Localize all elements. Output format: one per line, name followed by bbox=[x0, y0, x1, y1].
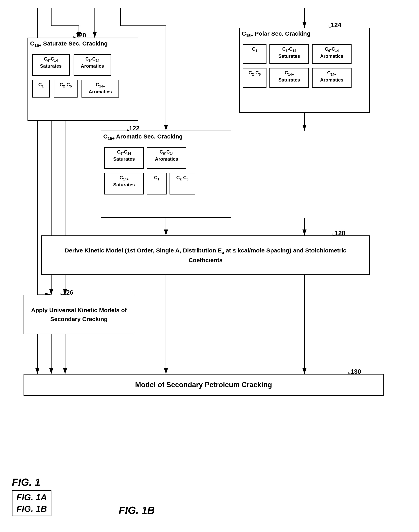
fig-sub-box: FIG. 1A FIG. 1B bbox=[12, 490, 52, 516]
box-120-title: C15+ Saturate Sec. Cracking bbox=[30, 40, 136, 48]
box-126-text: Apply Universal Kinetic Models of Second… bbox=[27, 306, 131, 324]
diagram: ⌞120 C15+ Saturate Sec. Cracking C6-C14S… bbox=[12, 8, 407, 423]
box-122-title: C15+ Aromatic Sec. Cracking bbox=[103, 133, 229, 141]
fig1-label: FIG. 1 bbox=[12, 476, 52, 488]
inner-c1-122: C1 bbox=[147, 173, 167, 195]
inner-c6c14-sat-122: C6-C14Saturates bbox=[104, 147, 144, 169]
inner-c6c14-sat-120: C6-C14Saturates bbox=[32, 54, 70, 76]
inner-c2c5-124: C2-C5 bbox=[243, 68, 266, 88]
box-polar-cracking: C15+ Polar Sec. Cracking C1 C6-C14Satura… bbox=[239, 28, 370, 113]
inner-c14-sat-124: C14+Saturates bbox=[269, 68, 309, 88]
inner-c1-120: C1 bbox=[32, 80, 50, 98]
inner-c14-arom-124: C14+Aromatics bbox=[312, 68, 352, 88]
inner-c6c14-arom-122: C6-C14Aromatics bbox=[147, 147, 186, 169]
inner-c1-124: C1 bbox=[243, 44, 266, 64]
inner-c6c14-arom-120: C6-C14Aromatics bbox=[74, 54, 111, 76]
inner-c6c14-sat-124: C6-C14Saturates bbox=[269, 44, 309, 64]
box-model-secondary: Model of Secondary Petroleum Cracking bbox=[24, 374, 384, 396]
box-128-text: Derive Kinetic Model (1st Order, Single … bbox=[48, 246, 363, 264]
inner-c2c5-120: C2-C5 bbox=[54, 80, 78, 98]
inner-c14-sat-122: C14+Saturates bbox=[104, 173, 144, 195]
box-saturate-cracking: C15+ Saturate Sec. Cracking C6-C14Satura… bbox=[27, 38, 138, 121]
box-124-title: C15+ Polar Sec. Cracking bbox=[242, 30, 367, 38]
fig1b-inline-label: FIG. 1B bbox=[16, 503, 47, 515]
inner-c6c14-arom-124: C6-C14Aromatics bbox=[312, 44, 352, 64]
inner-c14-arom-120: C14+Aromatics bbox=[81, 80, 119, 98]
page: ⌞120 C15+ Saturate Sec. Cracking C6-C14S… bbox=[0, 0, 419, 532]
fig1b-right-label: FIG. 1B bbox=[119, 504, 155, 516]
box-aromatic-cracking: C15+ Aromatic Sec. Cracking C6-C14Satura… bbox=[101, 130, 231, 218]
box-apply-kinetic: Apply Universal Kinetic Models of Second… bbox=[24, 295, 134, 334]
box-130-text: Model of Secondary Petroleum Cracking bbox=[135, 381, 272, 389]
fig1a-label: FIG. 1A bbox=[16, 492, 47, 503]
inner-c2c5-122: C2-C5 bbox=[170, 173, 195, 195]
figure-labels: FIG. 1 FIG. 1A FIG. 1B bbox=[12, 476, 52, 516]
box-derive-kinetic: Derive Kinetic Model (1st Order, Single … bbox=[41, 235, 370, 275]
